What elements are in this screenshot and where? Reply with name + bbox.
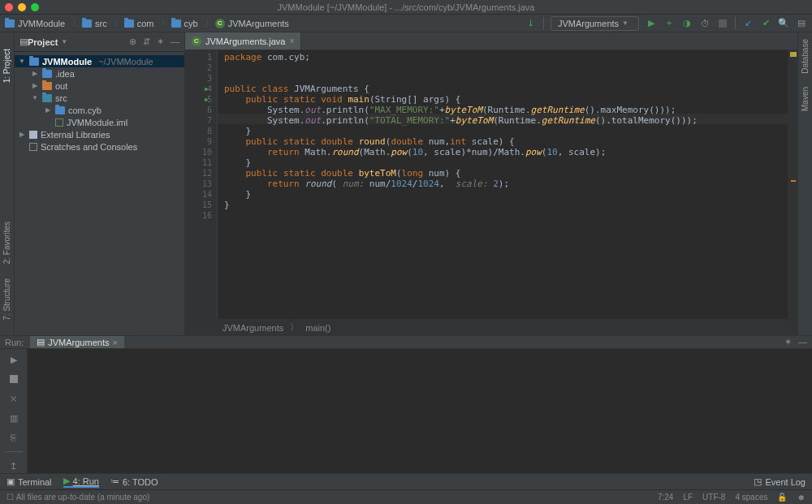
maven-tool-tab[interactable]: Maven xyxy=(801,87,810,111)
gear-icon[interactable]: ✶ xyxy=(157,37,164,47)
expand-icon[interactable]: ▶ xyxy=(44,106,52,114)
folder-icon xyxy=(5,19,15,28)
tree-node-src[interactable]: ▼ src xyxy=(15,92,184,104)
breadcrumb-root[interactable]: JVMModule xyxy=(5,19,65,28)
build-button[interactable]: ⤓ xyxy=(525,18,537,29)
editor-crumb[interactable]: JVMArguments xyxy=(222,323,283,333)
expand-icon[interactable]: ▼ xyxy=(18,58,26,65)
right-tool-stripe: Database Maven xyxy=(797,32,812,335)
inspections-icon[interactable]: ☻ xyxy=(797,493,806,502)
run-config-label: JVMArguments xyxy=(558,19,619,28)
structure-tool-tab[interactable]: 7: Structure xyxy=(2,278,11,321)
tree-label: JVMModule.iml xyxy=(67,118,127,127)
stop-button[interactable] xyxy=(6,372,21,386)
chevron-right-icon: 〉 xyxy=(290,321,299,334)
up-button[interactable]: ↥ xyxy=(6,459,21,473)
editor-tab[interactable]: C JVMArguments.java × xyxy=(185,32,301,50)
ide-settings-button[interactable]: ▤ xyxy=(796,18,807,29)
close-icon[interactable]: × xyxy=(112,338,117,347)
window-titlebar: JVMModule [~/JVMModule] - .../src/com/cy… xyxy=(0,0,812,15)
hide-icon[interactable]: — xyxy=(171,37,179,47)
editor-gutter[interactable]: 1 2 3 ▶4 ▶5 6 7 8 9 10 11 12 13 14 15 16 xyxy=(185,50,218,319)
collapse-all-icon[interactable]: ⇵ xyxy=(143,37,150,47)
chevron-right-icon: 〉 xyxy=(161,17,170,29)
breadcrumb-src[interactable]: src xyxy=(82,19,107,28)
run-gutter-icon[interactable]: ▶ xyxy=(205,85,209,93)
tree-label: src xyxy=(55,93,67,103)
left-tool-stripe: 1: Project 2: Favorites 7: Structure xyxy=(0,32,15,335)
hide-icon[interactable]: — xyxy=(798,337,807,347)
layout-button[interactable]: ▥ xyxy=(6,411,21,425)
todo-tool-button[interactable]: ≔ 6: TODO xyxy=(110,476,158,487)
locate-icon[interactable]: ⊕ xyxy=(129,37,136,47)
exit-button[interactable]: ⤫ xyxy=(6,391,21,406)
module-icon xyxy=(29,58,39,66)
tree-node-package[interactable]: ▶ com.cyb xyxy=(15,104,184,116)
eventlog-icon: ◳ xyxy=(754,476,762,487)
tree-node-external-libs[interactable]: ▶ External Libraries xyxy=(15,128,184,140)
readonly-lock-icon[interactable]: 🔓 xyxy=(777,493,787,502)
expand-icon[interactable]: ▶ xyxy=(18,131,26,138)
separator xyxy=(543,17,544,30)
line-separator[interactable]: LF xyxy=(683,493,693,502)
chevron-right-icon: 〉 xyxy=(205,17,214,29)
debug-button[interactable]: ⌖ xyxy=(663,18,675,29)
favorites-tool-tab[interactable]: 2: Favorites xyxy=(2,222,11,264)
database-tool-tab[interactable]: Database xyxy=(801,39,810,74)
vcs-commit-button[interactable]: ✔ xyxy=(760,18,771,29)
folder-icon xyxy=(171,19,181,28)
marker[interactable] xyxy=(791,180,796,182)
todo-icon: ≔ xyxy=(110,476,119,487)
breadcrumb-class[interactable]: C JVMArguments xyxy=(215,19,289,28)
project-tool-tab[interactable]: 1: Project xyxy=(2,49,11,83)
file-encoding[interactable]: UTF-8 xyxy=(702,493,725,502)
warning-indicator[interactable] xyxy=(790,52,797,57)
run-button[interactable]: ▶ xyxy=(646,18,657,29)
breadcrumb-label: src xyxy=(95,19,107,28)
run-configuration-dropdown[interactable]: JVMArguments ▼ xyxy=(551,16,639,31)
editor-breadcrumbs[interactable]: JVMArguments 〉 main() xyxy=(185,319,797,335)
expand-icon[interactable]: ▼ xyxy=(31,94,39,101)
code-editor[interactable]: package com.cyb; public class JVMArgumen… xyxy=(218,50,788,319)
status-icon[interactable]: ☐ xyxy=(6,493,14,502)
pin-button[interactable]: ⎘ xyxy=(6,430,21,445)
project-view-dropdown[interactable]: ▤ xyxy=(19,37,28,47)
close-icon[interactable]: × xyxy=(289,37,294,45)
vcs-update-button[interactable]: ↙ xyxy=(742,18,754,29)
breadcrumb-com[interactable]: com xyxy=(124,19,154,28)
expand-icon[interactable]: ▶ xyxy=(31,70,39,77)
caret-position[interactable]: 7:24 xyxy=(658,493,673,502)
tree-node-root[interactable]: ▼ JVMModule ~/JVMModule xyxy=(15,55,184,67)
run-tool-tab[interactable]: ▤ JVMArguments × xyxy=(30,336,124,348)
tree-node-idea[interactable]: ▶ .idea xyxy=(15,67,184,80)
coverage-button[interactable]: ◑ xyxy=(681,18,693,29)
run-tool-button[interactable]: ▶ 4: Run xyxy=(63,476,99,488)
tree-label: Scratches and Consoles xyxy=(41,142,137,152)
expand-icon[interactable]: ▶ xyxy=(31,82,39,89)
breadcrumb-label: JVMArguments xyxy=(228,19,289,28)
indent-setting[interactable]: 4 spaces xyxy=(735,493,767,502)
terminal-tool-button[interactable]: ▣ Terminal xyxy=(6,476,52,487)
tree-node-out[interactable]: ▶ out xyxy=(15,80,184,92)
profile-button[interactable]: ⏱ xyxy=(699,18,710,29)
stop-button[interactable] xyxy=(717,18,728,29)
gear-icon[interactable]: ✶ xyxy=(784,337,792,347)
tree-node-scratches[interactable]: Scratches and Consoles xyxy=(15,140,184,153)
chevron-down-icon[interactable]: ▼ xyxy=(61,38,67,45)
event-log-button[interactable]: ◳ Event Log xyxy=(754,476,806,487)
folder-icon xyxy=(82,19,92,28)
tree-label: External Libraries xyxy=(41,130,110,140)
rerun-button[interactable]: ▶ xyxy=(6,352,21,367)
source-folder-icon xyxy=(42,94,52,102)
project-tool-title[interactable]: Project xyxy=(28,37,58,47)
search-everywhere-button[interactable]: 🔍 xyxy=(778,18,789,29)
editor-error-stripe[interactable] xyxy=(788,50,797,319)
chevron-down-icon: ▼ xyxy=(622,19,628,27)
tree-node-iml[interactable]: JVMModule.iml xyxy=(15,116,184,128)
project-tree[interactable]: ▼ JVMModule ~/JVMModule ▶ .idea ▶ out ▼ … xyxy=(15,52,184,335)
editor-crumb[interactable]: main() xyxy=(305,323,330,333)
folder-icon xyxy=(124,19,134,28)
breadcrumb-cyb[interactable]: cyb xyxy=(171,19,198,28)
run-gutter-icon[interactable]: ▶ xyxy=(205,96,209,103)
play-icon: ▶ xyxy=(63,476,70,486)
